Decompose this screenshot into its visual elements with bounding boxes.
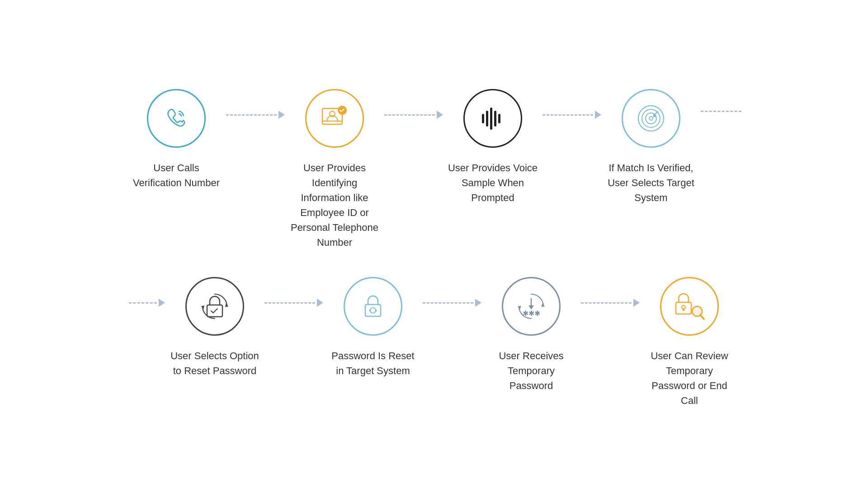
arrow-1-2 (226, 89, 285, 119)
trailing-arrow-row1 (701, 89, 741, 112)
step-2: User Provides Identifying Information li… (285, 89, 384, 250)
row-1: User Calls Verification Number (50, 89, 818, 250)
step-7: ✱ ✱ ✱ User Receives Temporary Password (481, 277, 581, 393)
svg-rect-8 (494, 111, 496, 127)
password-stars-icon: ✱ ✱ ✱ (515, 291, 547, 322)
svg-rect-5 (482, 114, 484, 123)
step-6-label: Password Is Reset in Target System (328, 348, 418, 378)
svg-point-13 (649, 117, 653, 120)
step-5-icon-circle (185, 277, 244, 336)
svg-point-32 (692, 306, 702, 316)
phone-icon (162, 104, 191, 133)
svg-text:✱: ✱ (523, 309, 528, 317)
step-8-label: User Can Review Temporary Password or En… (644, 348, 735, 408)
voice-icon (477, 104, 508, 133)
lock-check-icon (199, 291, 231, 322)
flow-diagram: User Calls Verification Number (50, 89, 818, 408)
step-3-label: User Provides Voice Sample When Prompted (448, 160, 538, 205)
lock-search-icon (671, 291, 708, 322)
lock-refresh-icon (358, 291, 388, 322)
step-5: User Selects Option to Reset Password (165, 277, 264, 378)
step-8: User Can Review Temporary Password or En… (640, 277, 739, 408)
step-8-icon-circle (660, 277, 719, 336)
arrow-5-6 (264, 277, 323, 307)
step-1: User Calls Verification Number (127, 89, 226, 190)
step-3-icon-circle (463, 89, 522, 148)
leading-arrow-row2 (129, 277, 165, 307)
arrow-7-8 (581, 277, 640, 307)
step-4-label: If Match Is Verified, User Selects Targe… (606, 160, 696, 205)
arrow-2-3 (384, 89, 443, 119)
id-verify-icon (319, 104, 350, 133)
step-2-icon-circle (305, 89, 364, 148)
svg-text:✱: ✱ (534, 309, 540, 317)
svg-line-31 (700, 315, 704, 319)
svg-rect-9 (498, 114, 500, 123)
row-2: User Selects Option to Reset Password (50, 277, 818, 408)
step-7-icon-circle: ✱ ✱ ✱ (502, 277, 561, 336)
arrow-3-4 (542, 89, 601, 119)
fingerprint-icon (635, 103, 667, 134)
step-2-label: User Provides Identifying Information li… (289, 160, 380, 250)
svg-marker-23 (528, 305, 534, 309)
svg-rect-18 (365, 305, 381, 316)
svg-rect-29 (683, 308, 684, 311)
svg-text:✱: ✱ (528, 309, 534, 317)
svg-rect-6 (486, 111, 488, 127)
step-3: User Provides Voice Sample When Prompted (443, 89, 542, 205)
step-7-label: User Receives Temporary Password (486, 348, 576, 393)
step-6: Password Is Reset in Target System (323, 277, 423, 378)
arrow-6-7 (423, 277, 481, 307)
step-6-icon-circle (344, 277, 402, 336)
step-5-label: User Selects Option to Reset Password (170, 348, 260, 378)
svg-rect-7 (490, 108, 492, 130)
step-4: If Match Is Verified, User Selects Targe… (601, 89, 701, 205)
step-1-label: User Calls Verification Number (131, 160, 222, 190)
step-4-icon-circle (622, 89, 680, 148)
step-1-icon-circle (147, 89, 206, 148)
